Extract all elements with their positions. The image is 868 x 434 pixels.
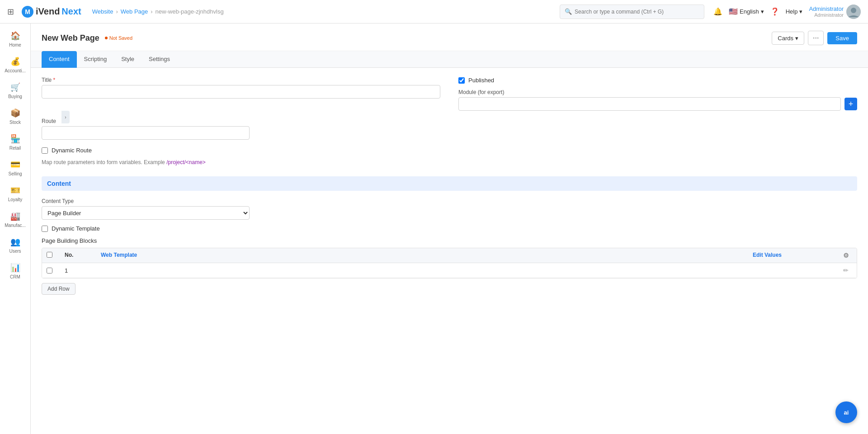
table-settings-icon[interactable]: ⚙ — [843, 252, 849, 259]
route-input[interactable] — [42, 126, 250, 140]
table-row-edit-values-cell[interactable] — [748, 263, 839, 278]
logo-next: Next — [61, 6, 81, 17]
language-selector[interactable]: 🇺🇸 English ▾ — [729, 7, 764, 16]
row-edit-icon[interactable]: ✏ — [843, 267, 849, 274]
sidebar-label-loyalty: Loyalty — [8, 197, 23, 202]
tabs-bar: Content Scripting Style Settings — [31, 51, 868, 68]
sidebar-item-selling[interactable]: 💳 Selling — [2, 156, 29, 180]
navbar: ⊞ M iVendNext Website › Web Page › new-w… — [0, 0, 868, 24]
route-section: Route — [42, 118, 857, 140]
title-required: * — [53, 77, 56, 83]
table-header-web-template: Web Template — [96, 248, 748, 263]
user-menu[interactable]: Administrator Administrator — [809, 5, 861, 19]
building-blocks-table: No. Web Template Edit Values ⚙ — [42, 248, 857, 278]
save-button[interactable]: Save — [827, 32, 857, 44]
page-title: New Web Page — [42, 33, 99, 43]
tab-settings[interactable]: Settings — [142, 51, 177, 68]
sidebar-item-home[interactable]: 🏠 Home — [2, 27, 29, 51]
sidebar-item-accounting[interactable]: 💰 Accounti... — [2, 53, 29, 77]
sidebar-label-users: Users — [9, 249, 21, 254]
sidebar-item-users[interactable]: 👥 Users — [2, 233, 29, 257]
table-select-all-checkbox[interactable] — [47, 252, 52, 258]
dynamic-route-row: Dynamic Route — [42, 147, 857, 154]
cards-chevron-icon: ▾ — [795, 35, 798, 42]
lang-chevron-icon: ▾ — [761, 8, 764, 15]
tab-style[interactable]: Style — [114, 51, 142, 68]
published-col: Published Module (for export) + — [458, 77, 857, 111]
manufacturing-icon: 🏭 — [10, 211, 20, 221]
search-bar[interactable]: 🔍 — [560, 5, 704, 19]
route-hint-link[interactable]: /project/<name> — [166, 159, 206, 165]
route-label: Route — [42, 118, 857, 124]
table-row-edit-icon-cell: ✏ — [839, 263, 857, 278]
stock-icon: 📦 — [10, 108, 20, 118]
users-icon: 👥 — [10, 237, 20, 247]
breadcrumb-sep1: › — [116, 8, 118, 15]
table-row-checkbox-cell — [42, 263, 60, 278]
content-type-label: Content Type — [42, 198, 857, 204]
help-label: Help — [786, 8, 798, 15]
ai-fab-button[interactable]: ai — [835, 401, 857, 423]
loyalty-icon: 🎫 — [10, 185, 20, 195]
not-saved-dot — [105, 37, 108, 39]
dynamic-template-checkbox[interactable] — [42, 226, 48, 232]
table-row: 1 ✏ — [42, 263, 857, 278]
cards-label: Cards — [778, 35, 793, 42]
add-row-button[interactable]: Add Row — [42, 283, 75, 295]
table-row-no-cell: 1 — [60, 263, 96, 278]
tab-scripting[interactable]: Scripting — [77, 51, 114, 68]
breadcrumb-current: new-web-page-zjnhdhvlsg — [156, 8, 224, 15]
sidebar: 🏠 Home 💰 Accounti... 🛒 Buying 📦 Stock 🏪 … — [0, 24, 31, 434]
table-header-row: No. Web Template Edit Values ⚙ — [42, 248, 857, 263]
sidebar-item-stock[interactable]: 📦 Stock — [2, 104, 29, 128]
sidebar-item-crm[interactable]: 📊 CRM — [2, 259, 29, 283]
title-published-row: Title * Published Module (for export) + — [42, 77, 857, 111]
sidebar-label-home: Home — [9, 42, 21, 47]
module-input[interactable] — [458, 97, 841, 111]
published-row: Published — [458, 77, 857, 84]
title-input[interactable] — [42, 85, 440, 99]
add-module-button[interactable]: + — [844, 98, 857, 110]
help-menu[interactable]: Help ▾ — [786, 8, 803, 15]
notification-icon[interactable]: 🔔 — [713, 7, 722, 16]
user-role: Administrator — [814, 12, 844, 18]
collapse-button[interactable]: › — [61, 111, 70, 123]
dynamic-template-row: Dynamic Template — [42, 225, 857, 232]
page-building-blocks-section: Page Building Blocks No. Web Template — [42, 237, 857, 295]
cards-button[interactable]: Cards ▾ — [772, 32, 804, 45]
sidebar-item-manufacturing[interactable]: 🏭 Manufac... — [2, 208, 29, 231]
sidebar-label-selling: Selling — [8, 171, 22, 176]
table-header-edit-values: Edit Values — [748, 248, 839, 263]
more-options-button[interactable]: ··· — [808, 31, 824, 45]
help-icon-circle[interactable]: ❓ — [770, 7, 779, 16]
table-row-checkbox[interactable] — [47, 268, 52, 274]
content-type-select[interactable]: Page Builder Rich Text Markdown — [42, 206, 250, 220]
collapse-panel[interactable]: › — [61, 75, 71, 111]
svg-text:M: M — [25, 8, 30, 15]
page-building-blocks-label: Page Building Blocks — [42, 237, 857, 244]
published-checkbox[interactable] — [458, 77, 465, 84]
grid-icon[interactable]: ⊞ — [7, 7, 14, 17]
not-saved-label: Not Saved — [109, 35, 132, 41]
breadcrumb-webpage[interactable]: Web Page — [121, 8, 148, 15]
title-label: Title * — [42, 77, 440, 83]
table-header-actions-col: ⚙ — [839, 248, 857, 263]
route-hint: Map route parameters into form variables… — [42, 159, 857, 165]
table-row-web-template-cell[interactable] — [96, 263, 748, 278]
avatar[interactable] — [846, 5, 861, 19]
sidebar-label-stock: Stock — [9, 120, 21, 125]
tab-content[interactable]: Content — [42, 51, 77, 68]
user-name: Administrator — [809, 5, 844, 12]
breadcrumb-website[interactable]: Website — [92, 8, 113, 15]
breadcrumb-sep2: › — [151, 8, 152, 15]
sidebar-item-retail[interactable]: 🏪 Retail — [2, 130, 29, 154]
home-icon: 🏠 — [10, 31, 20, 41]
selling-icon: 💳 — [10, 160, 20, 170]
form-area: Title * Published Module (for export) + … — [31, 68, 868, 311]
sidebar-label-retail: Retail — [9, 146, 21, 151]
sidebar-item-buying[interactable]: 🛒 Buying — [2, 79, 29, 103]
sidebar-item-loyalty[interactable]: 🎫 Loyalty — [2, 182, 29, 206]
search-input[interactable] — [575, 9, 699, 15]
language-label: English — [740, 8, 759, 15]
dynamic-route-checkbox[interactable] — [42, 147, 48, 154]
